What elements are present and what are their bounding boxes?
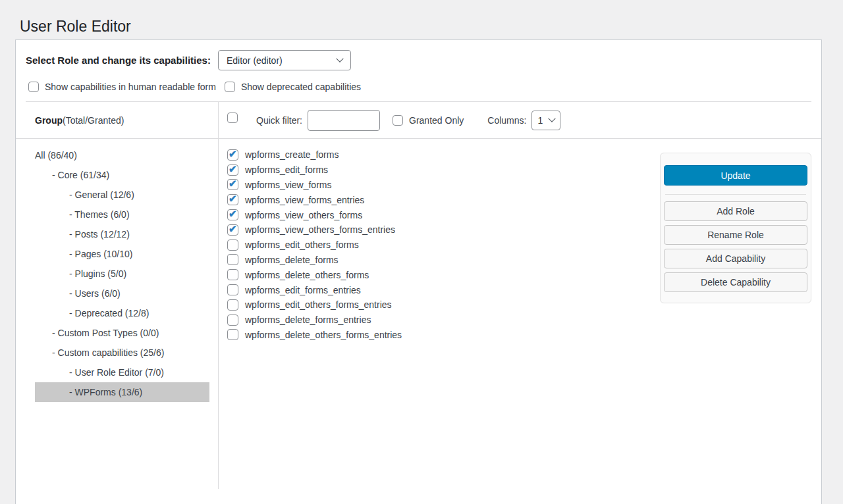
checkmark-icon: ✔: [229, 223, 237, 234]
group-tree-item[interactable]: - Custom Post Types (0/0): [35, 323, 209, 343]
group-tree-item[interactable]: - Themes (6/0): [35, 205, 209, 224]
group-tree-item[interactable]: - Pages (10/10): [35, 244, 209, 264]
display-options-row: Show capabilities in human readable form…: [16, 82, 821, 92]
capability-checkbox[interactable]: ✔: [227, 179, 238, 190]
actions-panel: Update Add Role Rename Role Add Capabili…: [660, 153, 811, 303]
capability-checkbox[interactable]: [227, 269, 238, 280]
capability-label: wpforms_create_forms: [245, 149, 339, 160]
update-button[interactable]: Update: [664, 165, 807, 186]
group-tree-item[interactable]: - Deprecated (12/8): [35, 303, 209, 323]
deprecated-checkbox[interactable]: [225, 82, 235, 92]
group-tree-item[interactable]: - User Role Editor (7/0): [35, 363, 209, 382]
columns-select[interactable]: 1: [531, 111, 560, 130]
role-select-value: Editor (editor): [227, 55, 283, 66]
group-tree-item[interactable]: - Custom capabilities (25/6): [35, 343, 209, 363]
human-readable-checkbox[interactable]: [28, 82, 39, 92]
capability-checkbox[interactable]: ✔: [227, 224, 238, 236]
page-title: User Role Editor: [20, 17, 131, 37]
group-tree-item[interactable]: - General (12/6): [35, 185, 209, 205]
group-header-suffix: (Total/Granted): [63, 115, 124, 126]
group-tree-item[interactable]: - Plugins (5/0): [35, 264, 209, 284]
columns-label: Columns:: [487, 115, 526, 126]
checkmark-icon: ✔: [229, 178, 237, 189]
capability-label: wpforms_delete_others_forms: [245, 270, 369, 280]
capability-row: wpforms_delete_others_forms_entries: [227, 328, 821, 343]
group-tree-item[interactable]: - WPForms (13/6): [35, 382, 209, 402]
capability-label: wpforms_view_forms: [245, 180, 331, 190]
capability-checkbox[interactable]: [227, 329, 238, 340]
grid-header-row: Group (Total/Granted) Quick filter: Gran…: [16, 102, 821, 139]
capability-label: wpforms_edit_forms: [245, 164, 328, 175]
chevron-down-icon: [549, 114, 556, 122]
capability-label: wpforms_view_others_forms_entries: [245, 224, 395, 235]
capability-checkbox[interactable]: [227, 284, 238, 295]
capability-label: wpforms_edit_others_forms_entries: [245, 299, 392, 310]
capability-checkbox[interactable]: ✔: [227, 209, 238, 220]
capability-checkbox[interactable]: [227, 315, 238, 326]
capability-checkbox[interactable]: ✔: [227, 149, 238, 161]
group-tree-item[interactable]: - Users (6/0): [35, 284, 209, 303]
capability-label: wpforms_delete_others_forms_entries: [245, 330, 402, 340]
capability-checkbox[interactable]: [227, 239, 238, 251]
role-select-row: Select Role and change its capabilities:…: [16, 40, 821, 70]
quick-filter-label: Quick filter:: [256, 115, 302, 126]
capability-label: wpforms_delete_forms: [245, 255, 339, 265]
deprecated-label: Show deprecated capabilities: [241, 82, 361, 92]
capability-checkbox[interactable]: ✔: [227, 194, 238, 205]
capabilities-grid: Group (Total/Granted) Quick filter: Gran…: [16, 102, 821, 489]
add-role-button[interactable]: Add Role: [664, 201, 807, 221]
checkmark-icon: ✔: [229, 208, 237, 219]
add-capability-button[interactable]: Add Capability: [664, 249, 807, 268]
role-select[interactable]: Editor (editor): [218, 50, 351, 70]
select-role-label: Select Role and change its capabilities:: [26, 55, 211, 66]
capability-checkbox[interactable]: [227, 299, 238, 311]
capabilities-cell: ✔wpforms_create_forms✔wpforms_edit_forms…: [219, 139, 821, 489]
granted-only-checkbox[interactable]: [393, 115, 403, 126]
group-header: Group (Total/Granted): [16, 102, 219, 138]
rename-role-button[interactable]: Rename Role: [664, 225, 807, 245]
group-header-label: Group: [35, 115, 63, 126]
chevron-down-icon: [336, 55, 343, 62]
group-tree-item[interactable]: - Posts (12/12): [35, 224, 209, 244]
filter-bar: Quick filter: Granted Only Columns: 1: [219, 102, 821, 138]
group-tree-item[interactable]: All (86/40): [35, 145, 209, 165]
human-readable-label: Show capabilities in human readable form: [45, 82, 216, 92]
capability-label: wpforms_edit_others_forms: [245, 239, 359, 250]
delete-capability-button[interactable]: Delete Capability: [664, 272, 807, 292]
granted-only-label: Granted Only: [409, 115, 464, 126]
actions-divider: [665, 194, 806, 195]
grid-body-row: All (86/40)- Core (61/34)- General (12/6…: [16, 139, 821, 489]
capability-row: wpforms_delete_forms_entries: [227, 313, 821, 328]
capability-label: wpforms_view_others_forms: [245, 210, 362, 220]
checkmark-icon: ✔: [229, 193, 237, 204]
capability-label: wpforms_view_forms_entries: [245, 195, 364, 205]
user-role-editor-panel: Select Role and change its capabilities:…: [15, 39, 822, 504]
capability-label: wpforms_edit_forms_entries: [245, 285, 361, 295]
capability-checkbox[interactable]: [227, 254, 238, 265]
checkmark-icon: ✔: [229, 163, 237, 174]
groups-tree: All (86/40)- Core (61/34)- General (12/6…: [16, 139, 219, 489]
group-tree-item[interactable]: - Core (61/34): [35, 165, 209, 185]
capability-label: wpforms_delete_forms_entries: [245, 315, 371, 325]
select-all-checkbox[interactable]: [227, 113, 238, 123]
columns-select-value: 1: [537, 115, 543, 126]
capability-checkbox[interactable]: ✔: [227, 164, 238, 176]
quick-filter-input[interactable]: [308, 110, 380, 131]
checkmark-icon: ✔: [229, 148, 237, 159]
